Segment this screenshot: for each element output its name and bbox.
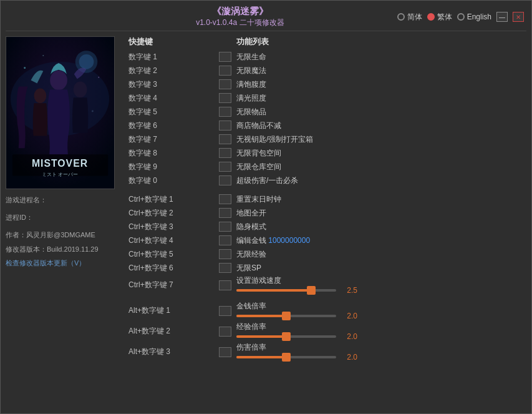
section-gap-2 (127, 295, 524, 300)
function-text: 重置末日时钟 (236, 194, 523, 205)
function-text: 无限魔法 (236, 66, 523, 76)
cheat-group-1: 数字键 1无限生命数字键 2无限魔法数字键 3满饱腹度数字键 4满光照度数字键 … (127, 50, 524, 187)
table-row: Ctrl+数字键 2地图全开 (127, 206, 524, 220)
close-button[interactable]: ✕ (513, 12, 524, 22)
function-text: 无限生命 (236, 52, 523, 62)
function-text: 地图全开 (236, 208, 523, 219)
toggle-button[interactable] (219, 107, 231, 117)
table-row: Ctrl+数字键 7设置游戏速度 2.5 (127, 275, 524, 295)
title-controls: 简体 繁体 English — ✕ (397, 12, 524, 22)
slider-thumb[interactable] (282, 332, 291, 341)
toggle-button[interactable] (219, 79, 231, 89)
table-row: 数字键 3满饱腹度 (127, 77, 524, 91)
pid-info: 进程ID： (6, 212, 121, 224)
function-text: 超级伤害/一击必杀 (236, 175, 523, 186)
slider-fill (236, 315, 286, 317)
update-link[interactable]: 检查修改器版本更新（V） (6, 259, 85, 267)
shortcut-text: 数字键 7 (128, 134, 219, 145)
game-image: MISTOVER ミスト オーバー (6, 36, 115, 189)
function-text: 商店物品不减 (236, 121, 523, 131)
shortcut-text: 数字键 3 (128, 79, 219, 90)
shortcut-text: Ctrl+数字键 6 (128, 263, 219, 274)
slider-track[interactable] (236, 356, 336, 358)
toggle-button[interactable] (219, 208, 231, 218)
svg-point-13 (42, 55, 44, 56)
slider-track[interactable] (236, 289, 336, 292)
toggle-button[interactable] (219, 148, 231, 158)
slider-value: 2.0 (340, 332, 357, 341)
editable-value[interactable]: 1000000000 (268, 236, 310, 245)
lang-traditional[interactable]: 繁体 (427, 12, 452, 22)
svg-point-12 (98, 77, 99, 78)
toggle-button[interactable] (219, 93, 231, 103)
table-header: 快捷键 功能列表 (127, 36, 524, 47)
slider-value: 2.0 (340, 353, 357, 362)
process-info: 游戏进程名： (6, 194, 121, 207)
function-text: 编辑金钱 1000000000 (236, 235, 523, 246)
slider-thumb[interactable] (282, 353, 291, 362)
shortcut-text: 数字键 8 (128, 148, 219, 159)
slider-thumb[interactable] (282, 312, 291, 320)
shortcut-text: Ctrl+数字键 4 (128, 235, 219, 246)
table-row: Alt+数字键 3伤害倍率 2.0 (127, 342, 524, 362)
function-text: 隐身模式 (236, 222, 523, 232)
toggle-button[interactable] (219, 306, 231, 316)
cheat-group-3: Alt+数字键 1金钱倍率 2.0Alt+数字键 2经验倍率 2.0Alt+数字… (127, 300, 524, 362)
svg-point-4 (79, 54, 94, 69)
main-content: MISTOVER ミスト オーバー 游戏进程名： 进程ID： (1, 31, 531, 413)
toggle-button[interactable] (219, 52, 231, 62)
main-window: 《漩涡迷雾》 v1.0-v1.0.4a 二十项修改器 简体 繁体 English… (0, 0, 532, 414)
shortcut-text: 数字键 2 (128, 66, 219, 76)
toggle-button[interactable] (219, 280, 231, 290)
shortcut-text: Alt+数字键 2 (128, 326, 219, 337)
table-row: 数字键 8无限背包空间 (127, 146, 524, 160)
shortcut-text: Alt+数字键 3 (128, 347, 219, 357)
title-bar: 《漩涡迷雾》 v1.0-v1.0.4a 二十项修改器 简体 繁体 English… (1, 1, 531, 31)
slider-thumb[interactable] (307, 286, 316, 295)
author-info: 作者：风灵月影@3DMGAME (6, 229, 121, 242)
table-row: 数字键 6商店物品不减 (127, 119, 524, 132)
header-function: 功能列表 (236, 36, 523, 47)
lang-simplified-label: 简体 (407, 12, 422, 22)
window-title-sub: v1.0-v1.0.4a 二十项修改器 (83, 17, 397, 28)
toggle-button[interactable] (219, 134, 231, 144)
function-text: 满光照度 (236, 93, 523, 104)
toggle-button[interactable] (219, 249, 231, 259)
function-text: 无限物品 (236, 107, 523, 117)
function-text: 金钱倍率 2.0 (236, 301, 523, 320)
info-section: 游戏进程名： 进程ID： 作者：风灵月影@3DMGAME 修改器版本：Build… (6, 194, 121, 270)
slider-track[interactable] (236, 335, 336, 338)
toggle-button[interactable] (219, 263, 231, 273)
version-label: 修改器版本：Build.2019.11.29 (6, 245, 99, 253)
process-label: 游戏进程名： (6, 196, 47, 204)
toggle-button[interactable] (219, 222, 231, 232)
shortcut-text: 数字键 5 (128, 107, 219, 117)
table-row: Alt+数字键 1金钱倍率 2.0 (127, 300, 524, 321)
function-text: 无视钥匙/强制打开宝箱 (236, 134, 523, 145)
table-row: 数字键 4满光照度 (127, 91, 524, 105)
slider-track[interactable] (236, 315, 336, 317)
table-row: 数字键 7无视钥匙/强制打开宝箱 (127, 132, 524, 146)
window-title-main: 《漩涡迷雾》 (83, 6, 397, 17)
toggle-button[interactable] (219, 235, 231, 245)
toggle-button[interactable] (219, 347, 231, 357)
lang-english[interactable]: English (457, 12, 491, 21)
table-row: 数字键 2无限魔法 (127, 64, 524, 77)
lang-simplified[interactable]: 简体 (397, 12, 422, 22)
slider-container: 2.5 (236, 286, 523, 295)
pid-label: 进程ID： (6, 214, 33, 221)
table-row: Ctrl+数字键 3隐身模式 (127, 220, 524, 234)
toggle-button[interactable] (219, 327, 231, 337)
header-shortcut: 快捷键 (128, 36, 219, 47)
toggle-button[interactable] (219, 162, 231, 172)
minimize-button[interactable]: — (496, 12, 508, 22)
toggle-button[interactable] (219, 121, 231, 131)
table-row: Ctrl+数字键 4编辑金钱 1000000000 (127, 234, 524, 247)
slider-container: 2.0 (236, 353, 523, 362)
slider-container: 2.0 (236, 312, 523, 320)
toggle-button[interactable] (219, 194, 231, 204)
toggle-button[interactable] (219, 175, 231, 185)
function-text: 无限经验 (236, 249, 523, 260)
toggle-button[interactable] (219, 66, 231, 76)
shortcut-text: Ctrl+数字键 1 (128, 194, 219, 205)
